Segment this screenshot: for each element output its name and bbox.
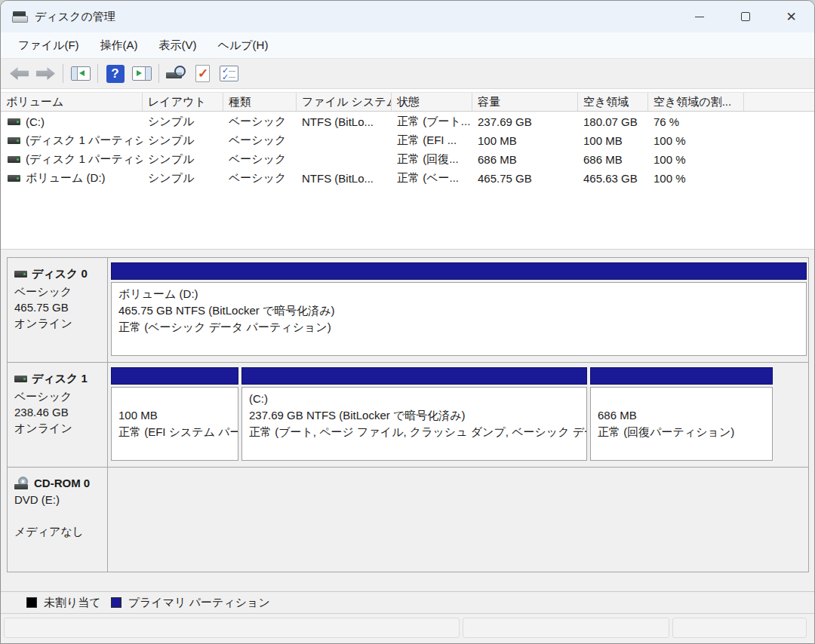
volume-row[interactable]: (ディスク 1 パーティシ...シンプルベーシック 正常 (回復...686 M… <box>1 150 814 168</box>
disk-0-title: ディスク 0 <box>32 267 88 281</box>
disk-0-detail: オンライン <box>14 315 103 331</box>
graphical-view: ディスク 0ベーシック465.75 GBオンラインボリューム (D:)465.7… <box>1 257 814 591</box>
column-header-種類[interactable]: 種類 <box>223 93 297 111</box>
close-button[interactable]: ✕ <box>768 1 814 32</box>
legend-label: プライマリ パーティション <box>128 596 270 610</box>
legend-swatch-icon <box>111 597 121 608</box>
partition-block[interactable]: ボリューム (D:)465.75 GB NTFS (BitLocker で暗号化… <box>111 262 807 356</box>
disk-view-icon <box>166 66 186 81</box>
app-disk-icon <box>12 11 27 23</box>
cell-volume: (ディスク 1 パーティシ... <box>1 133 143 148</box>
partition-block[interactable]: 100 MB正常 (EFI システム パー <box>111 367 238 461</box>
disk-view-button[interactable] <box>163 62 189 85</box>
partition-color-bar <box>111 367 238 385</box>
cell-free_pct: 100 % <box>648 134 744 147</box>
volume-name: ボリューム (D:) <box>26 171 106 186</box>
cell-layout: シンプル <box>143 133 223 148</box>
volume-row[interactable]: (ディスク 1 パーティシ...シンプルベーシック 正常 (EFI ...100… <box>1 131 814 149</box>
partition-size-fs: 100 MB <box>118 407 231 424</box>
cell-capacity: 237.69 GB <box>472 115 578 128</box>
menu-item-表示[interactable]: 表示(V) <box>149 35 208 57</box>
partition-status: 正常 (ベーシック データ パーティション) <box>118 319 799 336</box>
toolbar-separator <box>63 64 63 83</box>
volume-row[interactable]: ボリューム (D:)シンプルベーシックNTFS (BitLo...正常 (ベー.… <box>1 169 814 187</box>
status-bar <box>1 613 814 643</box>
volume-hdd-icon <box>8 137 20 144</box>
minimize-button[interactable] <box>676 1 722 32</box>
menu-item-ファイル[interactable]: ファイル(F) <box>8 35 90 57</box>
disk-1-header[interactable]: ディスク 1ベーシック238.46 GBオンライン <box>8 363 108 467</box>
volume-list: ボリュームレイアウト種類ファイル システム状態容量空き領域空き領域の割... (… <box>1 89 814 250</box>
window-title: ディスクの管理 <box>35 10 115 24</box>
cdrom-icon <box>14 477 29 489</box>
legend-item: プライマリ パーティション <box>111 596 270 610</box>
cell-capacity: 100 MB <box>472 134 578 147</box>
partition-name: (C:) <box>249 391 580 407</box>
partition-name <box>118 391 231 407</box>
help-button[interactable]: ? <box>102 62 128 85</box>
cell-type: ベーシック <box>223 171 297 186</box>
partition-size-fs: 237.69 GB NTFS (BitLocker で暗号化済み) <box>249 407 580 424</box>
cell-capacity: 686 MB <box>472 153 578 166</box>
column-header-空き領域[interactable]: 空き領域 <box>578 93 648 111</box>
toolbar: ? <box>1 59 814 89</box>
partition-block[interactable]: 686 MB正常 (回復パーティション) <box>590 367 773 461</box>
show-action-pane-button[interactable] <box>128 62 155 85</box>
back-button[interactable] <box>6 62 32 85</box>
partition-color-bar <box>590 367 773 385</box>
status-section <box>463 618 669 638</box>
cdrom-0-detail: メディアなし <box>14 523 103 539</box>
disk-1-detail: 238.46 GB <box>14 404 103 420</box>
column-header-容量[interactable]: 容量 <box>472 93 578 111</box>
column-header-状態[interactable]: 状態 <box>392 93 472 111</box>
cell-free: 100 MB <box>578 134 648 147</box>
cell-free: 180.07 GB <box>578 115 648 128</box>
show-action-pane-icon <box>132 66 152 81</box>
window-controls: ✕ <box>676 1 814 32</box>
maximize-icon <box>741 12 750 21</box>
pane-splitter[interactable] <box>1 250 814 257</box>
column-header-ファイル システム[interactable]: ファイル システム <box>297 93 392 111</box>
volume-name: (C:) <box>26 115 45 128</box>
partition-block[interactable]: (C:)237.69 GB NTFS (BitLocker で暗号化済み)正常 … <box>241 367 587 461</box>
task-list-button[interactable] <box>216 62 242 85</box>
status-section <box>672 618 807 638</box>
disk-1-partition-area: 100 MB正常 (EFI システム パー(C:)237.69 GB NTFS … <box>108 363 808 467</box>
cell-fs: NTFS (BitLo... <box>297 172 392 185</box>
column-header-レイアウト[interactable]: レイアウト <box>143 93 223 111</box>
cdrom-0-partition-area <box>108 468 808 572</box>
volume-list-body: (C:)シンプルベーシックNTFS (BitLo...正常 (ブート...237… <box>1 112 814 187</box>
disk-management-window: ディスクの管理 ✕ ファイル(F)操作(A)表示(V)ヘルプ(H) ? ボリュー… <box>0 0 815 644</box>
column-header-空き領域の割...[interactable]: 空き領域の割... <box>648 93 744 111</box>
disk-1-detail: ベーシック <box>14 388 103 404</box>
menu-item-操作[interactable]: 操作(A) <box>90 35 149 57</box>
forward-icon <box>36 67 55 80</box>
cell-status: 正常 (EFI ... <box>392 133 472 148</box>
volume-hdd-icon <box>8 156 20 163</box>
cell-layout: シンプル <box>143 152 223 167</box>
cell-free: 465.63 GB <box>578 172 648 185</box>
maximize-button[interactable] <box>722 1 768 32</box>
legend-label: 未割り当て <box>44 596 101 610</box>
disk-0-header[interactable]: ディスク 0ベーシック465.75 GBオンライン <box>8 258 108 362</box>
cdrom-0-header[interactable]: CD-ROM 0DVD (E:) メディアなし <box>8 468 108 572</box>
disk-0-partition-area: ボリューム (D:)465.75 GB NTFS (BitLocker で暗号化… <box>108 258 808 362</box>
disk-1-title: ディスク 1 <box>32 372 88 386</box>
partition-color-bar <box>241 367 587 385</box>
cdrom-0-row: CD-ROM 0DVD (E:) メディアなし <box>7 467 809 572</box>
forward-button[interactable] <box>32 62 59 85</box>
cell-capacity: 465.75 GB <box>472 172 578 185</box>
column-header-ボリューム[interactable]: ボリューム <box>1 93 143 111</box>
menu-item-ヘルプ[interactable]: ヘルプ(H) <box>208 35 279 57</box>
cell-volume: (ディスク 1 パーティシ... <box>1 152 143 167</box>
volume-name: (ディスク 1 パーティシ... <box>26 133 143 148</box>
cell-free_pct: 100 % <box>648 153 744 166</box>
properties-check-button[interactable] <box>189 62 216 85</box>
menu-bar: ファイル(F)操作(A)表示(V)ヘルプ(H) <box>1 32 814 59</box>
partition-info: ボリューム (D:)465.75 GB NTFS (BitLocker で暗号化… <box>111 282 807 356</box>
partition-size-fs: 686 MB <box>598 407 765 424</box>
show-console-tree-button[interactable] <box>67 62 94 85</box>
drive-led-icon <box>177 75 180 77</box>
volume-row[interactable]: (C:)シンプルベーシックNTFS (BitLo...正常 (ブート...237… <box>1 112 814 130</box>
cdrom-0-detail <box>14 508 103 523</box>
